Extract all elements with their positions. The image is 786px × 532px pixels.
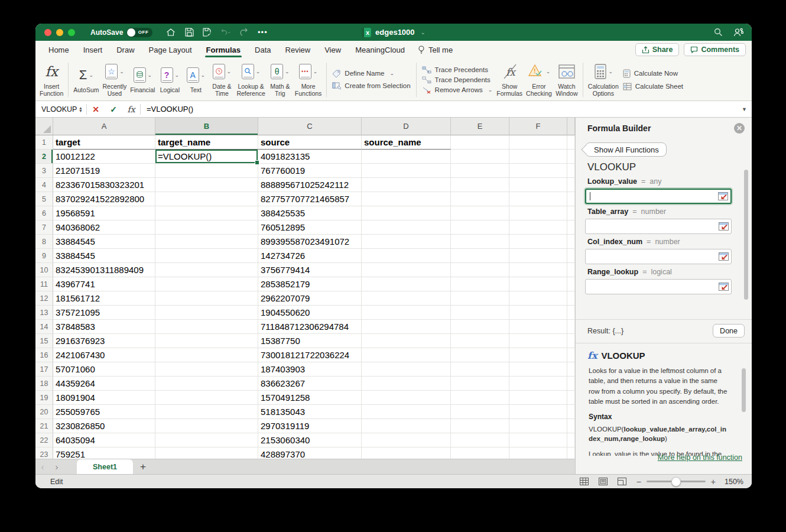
cell-E10[interactable] — [451, 263, 509, 277]
cell-B20[interactable] — [155, 405, 258, 419]
close-window-button[interactable] — [44, 29, 51, 36]
insert-function-fx-button[interactable]: fx — [122, 105, 140, 114]
cell-F11[interactable] — [509, 277, 567, 291]
search-icon[interactable] — [713, 27, 723, 38]
trace-precedents-button[interactable]: Trace Precedents — [422, 66, 493, 73]
cell-A15[interactable]: 2916376923 — [53, 334, 155, 348]
lookup-reference-button[interactable]: ⌄ Lookup & Reference — [235, 61, 267, 98]
cell-G18[interactable] — [567, 377, 575, 391]
cell-F17[interactable] — [509, 362, 567, 377]
cell-G20[interactable] — [567, 405, 575, 419]
cell-D18[interactable] — [362, 377, 451, 391]
cell-D4[interactable] — [362, 178, 451, 192]
row-header-21[interactable]: 21 — [35, 419, 53, 433]
range-selector-icon[interactable] — [719, 252, 729, 261]
cell-C20[interactable]: 518135043 — [258, 405, 362, 419]
cell-G22[interactable] — [567, 433, 575, 447]
cell-F9[interactable] — [509, 249, 567, 263]
cell-D12[interactable] — [362, 291, 451, 306]
cell-A3[interactable]: 212071519 — [53, 164, 155, 178]
cell-E5[interactable] — [451, 192, 509, 206]
cell-F4[interactable] — [509, 178, 567, 192]
cell-C18[interactable]: 836623267 — [258, 377, 362, 391]
tab-page-layout[interactable]: Page Layout — [142, 41, 199, 59]
cell-A6[interactable]: 19568591 — [53, 206, 155, 220]
cell-C7[interactable]: 760512895 — [258, 220, 362, 235]
row-header-22[interactable]: 22 — [35, 433, 53, 447]
cell-D6[interactable] — [362, 206, 451, 220]
cell-E9[interactable] — [451, 249, 509, 263]
cell-B14[interactable] — [155, 320, 258, 334]
cell-F10[interactable] — [509, 263, 567, 277]
cell-D20[interactable] — [362, 405, 451, 419]
cell-F23[interactable] — [509, 447, 567, 459]
select-all-corner[interactable] — [35, 118, 53, 135]
row-header-14[interactable]: 14 — [35, 320, 53, 334]
row-header-9[interactable]: 9 — [35, 249, 53, 263]
cell-G21[interactable] — [567, 419, 575, 433]
cell-C17[interactable]: 187403903 — [258, 362, 362, 377]
cell-F1[interactable] — [509, 135, 567, 150]
cell-D15[interactable] — [362, 334, 451, 348]
tab-data[interactable]: Data — [248, 41, 278, 59]
cell-F8[interactable] — [509, 235, 567, 249]
error-checking-button[interactable]: !⌄ Error Checking — [524, 61, 554, 98]
cell-G19[interactable] — [567, 391, 575, 405]
cell-G23[interactable] — [567, 447, 575, 459]
document-title[interactable]: x edges1000 ⌄ — [362, 28, 426, 37]
cell-E14[interactable] — [451, 320, 509, 334]
more-help-link[interactable]: More help on this function — [658, 453, 742, 462]
cell-E18[interactable] — [451, 377, 509, 391]
cell-B22[interactable] — [155, 433, 258, 447]
formula-input[interactable]: =VLOOKUP() — [147, 105, 193, 113]
math-trig-button[interactable]: θ⌄ Math & Trig — [267, 61, 293, 98]
cell-B7[interactable] — [155, 220, 258, 235]
tab-formulas[interactable]: Formulas — [199, 41, 248, 59]
cell-G4[interactable] — [567, 178, 575, 192]
cell-F7[interactable] — [509, 220, 567, 235]
share-button[interactable]: Share — [635, 43, 680, 56]
cell-D10[interactable] — [362, 263, 451, 277]
cell-G8[interactable] — [567, 235, 575, 249]
cell-G3[interactable] — [567, 164, 575, 178]
cell-E20[interactable] — [451, 405, 509, 419]
cell-B17[interactable] — [155, 362, 258, 377]
range-selector-icon[interactable] — [719, 283, 729, 291]
save-as-icon[interactable] — [202, 27, 213, 38]
cell-B13[interactable] — [155, 306, 258, 320]
cell-E3[interactable] — [451, 164, 509, 178]
normal-view-icon[interactable] — [580, 478, 589, 485]
page-break-view-icon[interactable] — [618, 478, 626, 485]
minimize-window-button[interactable] — [56, 29, 63, 36]
row-header-17[interactable]: 17 — [35, 362, 53, 377]
cell-F13[interactable] — [509, 306, 567, 320]
cell-F19[interactable] — [509, 391, 567, 405]
save-icon[interactable] — [184, 27, 194, 38]
cell-F5[interactable] — [509, 192, 567, 206]
column-header-partial[interactable] — [567, 118, 575, 135]
recently-used-button[interactable]: ☆⌄ Recently Used — [100, 61, 128, 98]
tab-draw[interactable]: Draw — [109, 41, 141, 59]
add-sheet-button[interactable]: + — [133, 459, 153, 474]
cell-B4[interactable] — [155, 178, 258, 192]
cell-F14[interactable] — [509, 320, 567, 334]
name-box-stepper-icon[interactable]: ▲▼ — [79, 106, 83, 112]
cell-A9[interactable]: 33884545 — [53, 249, 155, 263]
cell-B2[interactable]: =VLOOKUP() — [155, 150, 258, 164]
row-header-10[interactable]: 10 — [35, 263, 53, 277]
row-header-4[interactable]: 4 — [35, 178, 53, 192]
more-toolbar-icon[interactable]: ••• — [257, 27, 268, 38]
cell-C23[interactable]: 428897370 — [258, 447, 362, 459]
cell-D16[interactable] — [362, 348, 451, 362]
fields-scrollbar[interactable] — [744, 170, 748, 300]
show-formulas-button[interactable]: fx Show Formulas — [495, 61, 524, 98]
row-header-11[interactable]: 11 — [35, 277, 53, 291]
cell-A22[interactable]: 64035094 — [53, 433, 155, 447]
cell-A2[interactable]: 10012122 — [53, 150, 155, 164]
cell-G14[interactable] — [567, 320, 575, 334]
tab-home[interactable]: Home — [41, 41, 76, 59]
cell-A17[interactable]: 57071060 — [53, 362, 155, 377]
cell-E6[interactable] — [451, 206, 509, 220]
cell-A20[interactable]: 255059765 — [53, 405, 155, 419]
confirm-entry-button[interactable]: ✓ — [105, 105, 122, 114]
